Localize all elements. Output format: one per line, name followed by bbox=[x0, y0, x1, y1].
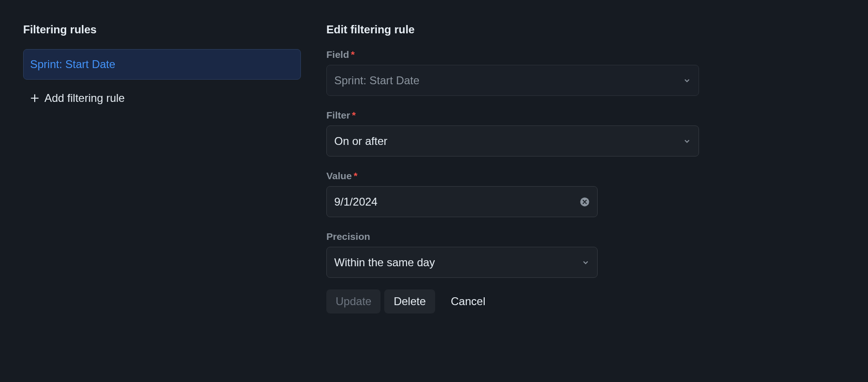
required-asterisk: * bbox=[354, 170, 357, 182]
filter-select-value: On or after bbox=[334, 135, 683, 148]
value-input[interactable] bbox=[334, 195, 580, 208]
required-asterisk: * bbox=[352, 110, 356, 121]
plus-icon bbox=[30, 93, 40, 103]
edit-filtering-rule-title: Edit filtering rule bbox=[326, 23, 699, 36]
chevron-down-icon bbox=[683, 76, 691, 85]
value-label: Value* bbox=[326, 170, 699, 182]
precision-select[interactable]: Within the same day bbox=[326, 247, 598, 278]
filtering-rule-label: Sprint: Start Date bbox=[30, 58, 115, 70]
filtering-rules-title: Filtering rules bbox=[23, 23, 301, 36]
edit-filtering-rule-panel: Edit filtering rule Field* Sprint: Start… bbox=[326, 23, 699, 313]
form-actions: Update Delete Cancel bbox=[326, 289, 699, 313]
precision-select-value: Within the same day bbox=[334, 256, 581, 269]
field-select-value: Sprint: Start Date bbox=[334, 74, 683, 87]
add-filtering-rule-label: Add filtering rule bbox=[44, 92, 125, 105]
filtering-rule-item[interactable]: Sprint: Start Date bbox=[23, 49, 301, 80]
update-button[interactable]: Update bbox=[326, 289, 381, 313]
field-select[interactable]: Sprint: Start Date bbox=[326, 65, 699, 96]
value-input-wrapper bbox=[326, 186, 598, 217]
filter-label: Filter* bbox=[326, 110, 699, 121]
required-asterisk: * bbox=[351, 49, 355, 60]
field-label: Field* bbox=[326, 49, 699, 60]
chevron-down-icon bbox=[581, 258, 590, 267]
filtering-rules-panel: Filtering rules Sprint: Start Date Add f… bbox=[23, 23, 301, 313]
chevron-down-icon bbox=[683, 137, 691, 145]
cancel-button[interactable]: Cancel bbox=[439, 289, 495, 313]
clear-icon[interactable] bbox=[580, 197, 590, 207]
precision-label: Precision bbox=[326, 231, 699, 242]
add-filtering-rule-button[interactable]: Add filtering rule bbox=[23, 85, 301, 111]
delete-button[interactable]: Delete bbox=[384, 289, 435, 313]
filter-select[interactable]: On or after bbox=[326, 125, 699, 157]
